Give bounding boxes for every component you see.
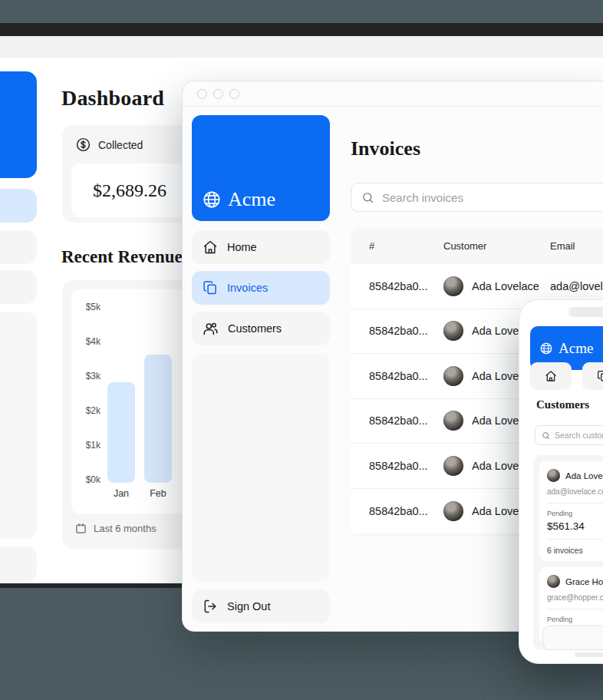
y-tick: $3k bbox=[77, 371, 100, 381]
collected-header: Collected bbox=[75, 137, 143, 153]
traffic-light-minimize[interactable] bbox=[213, 89, 223, 99]
brand-label: Acme bbox=[228, 188, 275, 211]
y-tick: $0k bbox=[77, 474, 100, 485]
sidebar-item-label: Home bbox=[227, 241, 257, 253]
brand-card: Acme bbox=[192, 115, 330, 221]
pending-label: Pending bbox=[547, 510, 603, 517]
bars bbox=[107, 289, 172, 483]
chart-range-label: Last 6 months bbox=[94, 523, 157, 534]
traffic-light-zoom[interactable] bbox=[229, 89, 239, 99]
col-email: Email bbox=[550, 240, 603, 252]
invoice-id: 85842ba0... bbox=[369, 325, 443, 337]
search-bar[interactable] bbox=[351, 183, 603, 212]
page-title: Invoices bbox=[351, 137, 603, 160]
sidebar: Acme Home Invoices bbox=[192, 115, 330, 582]
customer-avatar bbox=[443, 501, 463, 521]
cropped-brand-card bbox=[0, 71, 37, 178]
customer-cards: Ada Lovelace ada@lovelace.com Pending $5… bbox=[533, 455, 603, 650]
y-tick: $2k bbox=[77, 405, 100, 416]
invoice-id: 85842ba0... bbox=[369, 280, 443, 292]
customer-avatar bbox=[443, 456, 463, 476]
home-icon bbox=[545, 370, 557, 382]
phone-nav-invoices[interactable] bbox=[582, 362, 603, 390]
x-axis: JanFeb bbox=[107, 488, 172, 499]
customer-email: ada@lovelace.com bbox=[547, 487, 603, 496]
customer-avatar bbox=[443, 411, 463, 431]
search-input[interactable] bbox=[382, 191, 582, 204]
customer-card[interactable]: Ada Lovelace ada@lovelace.com Pending $5… bbox=[539, 461, 603, 561]
sidebar-panel bbox=[192, 353, 330, 582]
phone-nav bbox=[530, 362, 603, 390]
phone-bottom-bar[interactable] bbox=[542, 626, 603, 650]
phone-nav-home[interactable] bbox=[530, 362, 572, 390]
customer-name: Ada Lovelace bbox=[565, 471, 603, 480]
invoice-id: 85842ba0... bbox=[369, 460, 443, 472]
sign-out-label: Sign Out bbox=[227, 600, 270, 612]
top-gray-band bbox=[0, 36, 603, 59]
sidebar-item-home[interactable]: Home bbox=[192, 230, 330, 264]
divider bbox=[547, 539, 603, 540]
sidebar-item-customers[interactable]: Customers bbox=[192, 312, 330, 345]
pending-label: Pending bbox=[547, 616, 603, 623]
home-icon bbox=[203, 239, 218, 255]
customer-avatar bbox=[443, 321, 463, 341]
customer-avatar bbox=[547, 469, 560, 482]
customer-email: grace@hopper.com bbox=[547, 593, 603, 602]
invoice-count: 6 invoices bbox=[547, 546, 603, 555]
invoice-id: 85842ba0... bbox=[369, 414, 443, 427]
divider bbox=[547, 609, 603, 609]
y-tick: $4k bbox=[77, 336, 100, 347]
invoices-icon bbox=[597, 370, 603, 382]
dashboard-title: Dashboard bbox=[61, 86, 164, 111]
bar bbox=[144, 355, 172, 483]
col-customer: Customer bbox=[443, 240, 550, 252]
cropped-nav-item[interactable] bbox=[0, 230, 37, 264]
phone-notch-pill bbox=[568, 307, 603, 317]
customer-avatar bbox=[547, 575, 560, 588]
page: Dashboard Collected $2,689.26 Recent Rev… bbox=[0, 0, 603, 700]
pending-amount: $561.34 bbox=[547, 520, 603, 532]
phone-search-input[interactable] bbox=[555, 431, 603, 440]
dollar-circle-icon bbox=[75, 137, 91, 153]
phone-search-bar[interactable] bbox=[535, 425, 603, 445]
phone-page-title: Customers bbox=[536, 398, 589, 411]
customer-email: ada@lovelace.com bbox=[550, 280, 603, 292]
collected-amount: $2,689.26 bbox=[93, 180, 166, 201]
cropped-panel bbox=[0, 312, 37, 539]
sidebar-item-label: Customers bbox=[228, 322, 282, 335]
cropped-nav-item-active[interactable] bbox=[0, 189, 37, 223]
sign-out-button[interactable]: Sign Out bbox=[192, 589, 330, 623]
sidebar-item-label: Invoices bbox=[227, 282, 268, 294]
y-tick: $1k bbox=[77, 440, 100, 451]
collected-label: Collected bbox=[98, 139, 143, 151]
calendar-icon bbox=[75, 523, 87, 534]
sign-out-icon bbox=[203, 599, 218, 614]
table-header: # Customer Email bbox=[351, 228, 603, 264]
traffic-light-close[interactable] bbox=[197, 89, 207, 99]
globe-icon bbox=[539, 342, 553, 355]
phone-home-indicator bbox=[575, 652, 603, 657]
chart-footer: Last 6 months bbox=[75, 523, 157, 534]
phone-window: Acme Customers bbox=[519, 299, 603, 664]
bar bbox=[107, 382, 135, 483]
customer-name: Grace Hopper bbox=[565, 577, 603, 586]
sidebar-item-invoices[interactable]: Invoices bbox=[192, 271, 330, 305]
invoice-id: 85842ba0... bbox=[369, 370, 443, 382]
x-tick: Jan bbox=[107, 488, 135, 499]
customer-avatar bbox=[443, 276, 463, 296]
search-icon bbox=[361, 191, 374, 204]
col-id: # bbox=[369, 240, 443, 252]
phone-brand-label: Acme bbox=[559, 340, 593, 357]
divider bbox=[547, 503, 603, 504]
customer-name: Ada Lovelace bbox=[472, 280, 539, 292]
invoice-id: 85842ba0... bbox=[369, 505, 443, 517]
search-icon bbox=[542, 431, 550, 440]
cropped-nav-item[interactable] bbox=[0, 270, 37, 304]
invoices-icon bbox=[203, 280, 218, 296]
y-tick: $5k bbox=[77, 302, 100, 312]
cropped-signout-item[interactable] bbox=[0, 546, 37, 582]
customer-avatar bbox=[443, 366, 463, 386]
revenue-title: Recent Revenue bbox=[61, 247, 183, 267]
top-dark-band bbox=[0, 23, 603, 36]
customers-icon bbox=[203, 321, 219, 337]
